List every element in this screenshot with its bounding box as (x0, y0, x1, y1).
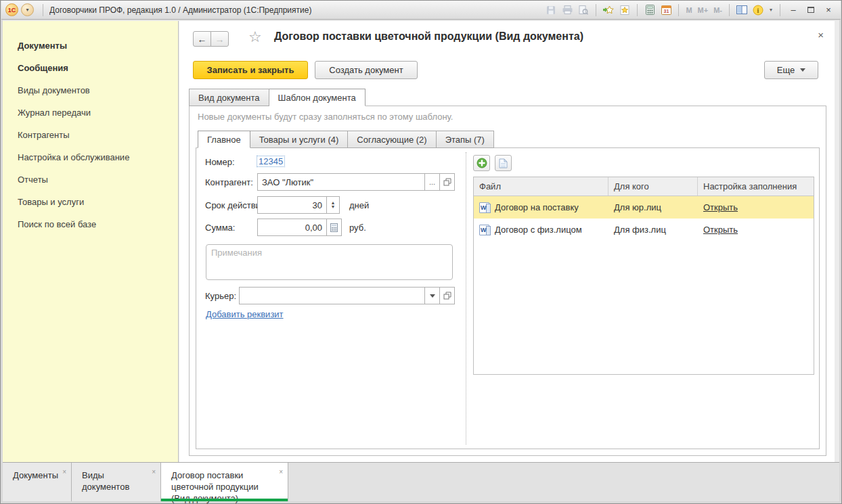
sidebar-item-transfer-journal[interactable]: Журнал передачи (3, 101, 178, 124)
favorites-icon[interactable] (617, 3, 632, 17)
spin-down-icon: ▼ (331, 205, 336, 209)
amount-input[interactable] (257, 219, 327, 236)
document-tabs: Вид документа Шаблон документа (189, 89, 365, 106)
main-section-panel: Номер: 12345 Контрагент: ... Срок действ… (196, 147, 820, 449)
page-title: Договор поставки цветочной продукции (Ви… (274, 30, 583, 43)
file-name: Договор с физ.лицом (495, 225, 582, 235)
titlebar-toolbar: 31 M M+ M- i ▾ – × (544, 3, 837, 17)
calculator-icon[interactable] (642, 3, 657, 17)
sidebar-item-counterparties[interactable]: Контрагенты (3, 124, 178, 146)
taskbar-tab-label: Виды документов (82, 469, 144, 492)
sidebar-item-messages[interactable]: Сообщения (3, 57, 178, 79)
panel-splitter[interactable] (466, 152, 466, 444)
maximize-button[interactable] (803, 3, 819, 17)
separator (637, 4, 638, 16)
info-dropdown-icon[interactable]: ▾ (767, 3, 775, 17)
template-hint-text: Новые документы будут сразу заполняться … (198, 112, 453, 122)
calendar-icon[interactable]: 31 (659, 3, 673, 17)
sidebar-item-documents[interactable]: Документы (3, 35, 178, 57)
back-button[interactable]: ← (193, 31, 211, 47)
taskbar-tab-documents[interactable]: Документы × (3, 463, 72, 501)
separator (729, 4, 730, 16)
close-window-button[interactable]: × (820, 3, 837, 17)
create-document-button[interactable]: Создать документ (315, 61, 418, 79)
courier-dropdown-button[interactable] (425, 287, 440, 304)
table-row[interactable]: Договор на поставку Для юр.лиц Открыть (474, 196, 814, 219)
titlebar: 1С ▾ Договорчики ПРОФ, редакция 1.0 / Ад… (1, 1, 841, 20)
template-section-tabs: Главное Товары и услуги (4) Согласующие … (198, 131, 494, 148)
sidebar-item-goods-services[interactable]: Товары и услуги (3, 191, 178, 213)
column-header-file[interactable]: Файл (474, 177, 608, 196)
term-spinner[interactable]: ▲▼ (326, 196, 340, 214)
for-whom-cell: Для юр.лиц (608, 196, 698, 219)
more-button-label: Еще (777, 65, 795, 75)
maximize-icon (807, 7, 814, 13)
svg-text:31: 31 (664, 9, 669, 14)
sidebar-item-reports[interactable]: Отчеты (3, 168, 178, 191)
close-form-button[interactable]: × (818, 29, 824, 41)
memory-add-button[interactable]: M+ (696, 3, 711, 17)
open-settings-link[interactable]: Открыть (703, 202, 738, 212)
courier-field-group (239, 287, 455, 304)
courier-open-icon[interactable] (440, 287, 455, 304)
memory-subtract-button[interactable]: M- (711, 3, 724, 17)
counterparty-input[interactable] (257, 173, 425, 191)
more-button[interactable]: Еще (764, 61, 818, 79)
add-file-button[interactable] (473, 155, 490, 171)
save-and-close-button[interactable]: Записать и закрыть (193, 61, 308, 79)
add-to-favorites-icon[interactable] (601, 3, 616, 17)
courier-input[interactable] (239, 287, 425, 304)
favorite-star-icon[interactable]: ☆ (248, 28, 262, 46)
main-menu-button[interactable]: ▾ (21, 3, 34, 16)
tab-document-type[interactable]: Вид документа (189, 89, 269, 106)
tab-approvers[interactable]: Согласующие (2) (348, 131, 436, 148)
close-tab-icon[interactable]: × (152, 468, 156, 476)
tab-document-template[interactable]: Шаблон документа (269, 89, 365, 106)
files-table-header: Файл Для кого Настройка заполнения (474, 177, 814, 196)
close-tab-icon[interactable]: × (62, 468, 66, 476)
tab-main[interactable]: Главное (198, 131, 250, 148)
memory-recall-button[interactable]: M (684, 3, 694, 17)
column-header-fill-settings[interactable]: Настройка заполнения (698, 177, 814, 196)
table-row[interactable]: Договор с физ.лицом Для физ.лиц Открыть (474, 219, 814, 241)
add-attribute-link[interactable]: Добавить реквизит (206, 309, 284, 319)
open-settings-link[interactable]: Открыть (703, 225, 738, 235)
print-icon[interactable] (560, 3, 575, 17)
taskbar-tab-document-types[interactable]: Виды документов × (72, 463, 161, 501)
tab-goods-services[interactable]: Товары и услуги (4) (250, 131, 349, 148)
term-field-group: ▲▼ (257, 196, 340, 214)
column-header-for-whom[interactable]: Для кого (608, 177, 698, 196)
new-document-button[interactable] (495, 155, 512, 171)
save-icon[interactable] (544, 3, 558, 17)
main-panel: ← → ☆ Договор поставки цветочной продукц… (179, 21, 835, 462)
print-preview-icon[interactable] (576, 3, 591, 17)
amount-calculator-icon[interactable] (327, 219, 342, 236)
template-tab-panel: Новые документы будут сразу заполняться … (189, 106, 826, 456)
taskbar-tab-contract[interactable]: Договор поставки цветочной продукции (Ви… (161, 463, 288, 501)
term-input[interactable] (257, 196, 327, 214)
counterparty-label: Контрагент: (205, 177, 253, 187)
split-window-icon[interactable] (734, 3, 749, 17)
minimize-button[interactable]: – (785, 3, 801, 17)
counterparty-field-group: ... (257, 173, 455, 191)
sidebar: Документы Сообщения Виды документов Журн… (3, 21, 179, 462)
tab-stages[interactable]: Этапы (7) (437, 131, 494, 148)
amount-field-group (257, 219, 342, 236)
counterparty-open-icon[interactable] (440, 173, 455, 191)
app-window: 1С ▾ Договорчики ПРОФ, редакция 1.0 / Ад… (0, 0, 842, 504)
active-tab-indicator (161, 499, 288, 501)
separator (780, 4, 780, 16)
sidebar-item-global-search[interactable]: Поиск по всей базе (3, 213, 178, 235)
notes-textarea[interactable] (206, 244, 453, 280)
sidebar-item-document-types[interactable]: Виды документов (3, 79, 178, 101)
close-tab-icon[interactable]: × (279, 468, 283, 476)
counterparty-choose-button[interactable]: ... (425, 173, 440, 191)
number-value-link[interactable]: 12345 (257, 156, 284, 166)
forward-button[interactable]: → (210, 31, 229, 47)
open-windows-taskbar: Документы × Виды документов × Договор по… (3, 462, 839, 501)
separator (678, 4, 679, 16)
amount-suffix: руб. (349, 223, 366, 233)
sidebar-item-settings[interactable]: Настройка и обслуживание (3, 146, 178, 168)
info-icon[interactable]: i (751, 3, 766, 17)
files-table: Файл Для кого Настройка заполнения Догов… (473, 177, 814, 375)
